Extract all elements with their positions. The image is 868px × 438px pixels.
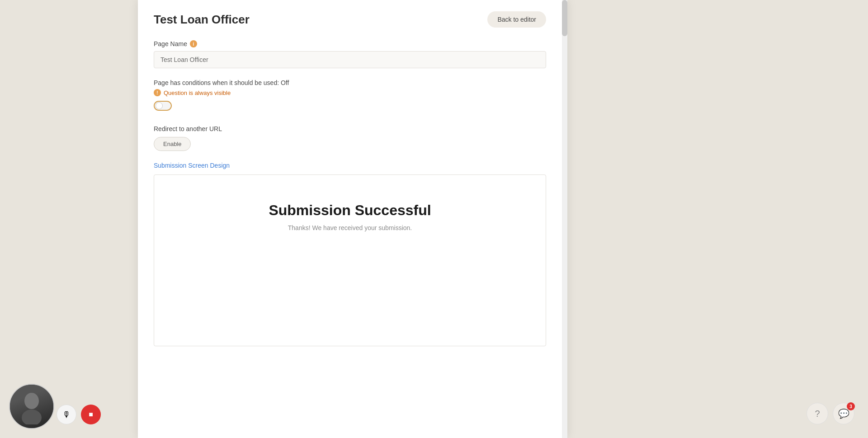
page-name-input[interactable]: [154, 51, 546, 68]
chat-badge: 3: [847, 402, 855, 410]
person-silhouette: [18, 388, 45, 424]
submission-design-section: Submission Screen Design Submission Succ…: [154, 162, 546, 346]
conditions-section: Page has conditions when it should be us…: [154, 79, 546, 122]
webcam-face: [10, 385, 53, 428]
left-sidebar: [0, 0, 138, 438]
header-row: Test Loan Officer Back to editor: [154, 11, 546, 28]
toggle-knob: [156, 102, 163, 109]
chat-icon: 💬: [838, 408, 849, 419]
scrollbar-thumb[interactable]: [562, 0, 567, 36]
right-area: [567, 0, 868, 438]
help-icon: ?: [815, 409, 820, 419]
warning-text: Question is always visible: [164, 89, 231, 96]
page-name-label: Page Name i: [154, 40, 546, 47]
mic-icon: 🎙: [62, 410, 71, 419]
content-area: Test Loan Officer Back to editor Page Na…: [138, 0, 562, 373]
enable-redirect-button[interactable]: Enable: [154, 137, 191, 151]
webcam-overlay: [9, 384, 54, 429]
warning-row: ! Question is always visible: [154, 89, 546, 96]
page-name-section: Page Name i: [154, 40, 546, 79]
main-container: Test Loan Officer Back to editor Page Na…: [138, 0, 567, 438]
svg-point-1: [22, 410, 42, 424]
stop-button[interactable]: ■: [81, 405, 101, 424]
chat-button[interactable]: 💬 3: [833, 403, 854, 424]
help-button[interactable]: ?: [807, 403, 828, 424]
submission-success-title: Submission Successful: [269, 202, 431, 219]
page-title: Test Loan Officer: [154, 13, 250, 27]
warning-icon: !: [154, 89, 161, 96]
submission-preview-box: Submission Successful Thanks! We have re…: [154, 174, 546, 346]
page-name-info-icon[interactable]: i: [190, 40, 197, 47]
redirect-section: Redirect to another URL Enable: [154, 125, 546, 151]
mic-button[interactable]: 🎙: [57, 405, 76, 424]
conditions-label: Page has conditions when it should be us…: [154, 79, 546, 86]
bottom-right-icons: ? 💬 3: [807, 403, 854, 424]
toggle-container: [154, 101, 172, 111]
redirect-label: Redirect to another URL: [154, 125, 546, 132]
svg-point-0: [24, 393, 39, 409]
scrollbar[interactable]: [562, 0, 567, 438]
back-to-editor-button[interactable]: Back to editor: [487, 11, 546, 28]
stop-icon: ■: [89, 410, 93, 419]
submission-success-subtitle: Thanks! We have received your submission…: [288, 224, 412, 231]
conditions-toggle[interactable]: [154, 101, 172, 111]
submission-design-label: Submission Screen Design: [154, 162, 546, 169]
bottom-controls: 🎙 ■: [57, 405, 101, 424]
